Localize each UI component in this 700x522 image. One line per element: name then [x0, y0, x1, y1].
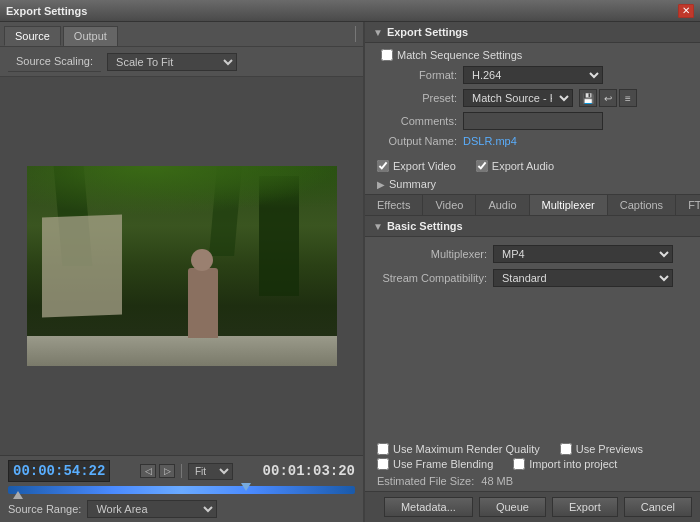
import-project-checkbox[interactable] [513, 458, 525, 470]
preset-row: Preset: Match Source - Hi... Match Sourc… [377, 89, 688, 107]
start-marker [13, 491, 23, 499]
close-button[interactable]: ✕ [678, 4, 694, 18]
timecode-end: 00:01:03:20 [263, 463, 355, 479]
frame-blend-checkbox[interactable] [377, 458, 389, 470]
settings-grid: Match Sequence Settings Format: H.264 H.… [365, 43, 700, 158]
format-label: Format: [377, 69, 457, 81]
window-title: Export Settings [6, 5, 87, 17]
prev-frame-button[interactable]: ◁ [140, 464, 156, 478]
match-sequence-label: Match Sequence Settings [397, 49, 522, 61]
tabs-row: Effects Video Audio Multiplexer Captions… [365, 194, 700, 216]
summary-label: Summary [389, 178, 436, 190]
summary-arrow[interactable]: ▶ [377, 179, 385, 190]
timecode-row: 00:00:54:22 ◁ ▷ Fit 25% 50% 100% 00:01:0… [0, 460, 363, 482]
tab-multiplexer[interactable]: Multiplexer [530, 195, 608, 215]
main-container: Source Output Source Scaling: Scale To F… [0, 22, 700, 522]
max-render-checkbox[interactable] [377, 443, 389, 455]
export-video-label: Export Video [393, 160, 456, 172]
export-settings-header: ▼ Export Settings [365, 22, 700, 43]
basic-settings-grid: Multiplexer: MP4 MXF MOV Stream Compatib… [365, 237, 700, 301]
bottom-buttons: Metadata... Queue Export Cancel [365, 491, 700, 522]
match-sequence-checkbox[interactable] [381, 49, 393, 61]
max-render-label: Use Maximum Render Quality [393, 443, 540, 455]
import-preset-button[interactable]: ↩ [599, 89, 617, 107]
tab-effects[interactable]: Effects [365, 195, 423, 215]
basic-settings-title: Basic Settings [387, 220, 463, 232]
bottom-options-row-1: Use Maximum Render Quality Use Previews [377, 443, 688, 455]
timecode-start[interactable]: 00:00:54:22 [8, 460, 110, 482]
basic-settings-arrow[interactable]: ▼ [373, 221, 383, 232]
summary-section: ▶ Summary [365, 176, 700, 194]
match-sequence-row: Match Sequence Settings [377, 49, 688, 61]
tab-video[interactable]: Video [423, 195, 476, 215]
video-platform [27, 336, 337, 366]
bottom-options: Use Maximum Render Quality Use Previews … [365, 439, 700, 491]
stream-compat-label: Stream Compatibility: [377, 272, 487, 284]
right-panel: ▼ Export Settings Match Sequence Setting… [365, 22, 700, 522]
source-scaling-label: Source Scaling: [8, 51, 101, 72]
export-audio-item: Export Audio [476, 160, 554, 172]
comments-label: Comments: [377, 115, 457, 127]
queue-button[interactable]: Queue [479, 497, 546, 517]
next-frame-button[interactable]: ▷ [159, 464, 175, 478]
metadata-button[interactable]: Metadata... [384, 497, 473, 517]
export-audio-checkbox[interactable] [476, 160, 488, 172]
comments-input[interactable] [463, 112, 603, 130]
timeline-track[interactable] [8, 486, 355, 494]
format-select[interactable]: H.264 H.265 MPEG2 [463, 66, 603, 84]
tab-audio[interactable]: Audio [476, 195, 529, 215]
basic-settings-header: ▼ Basic Settings [365, 216, 700, 237]
source-range-label: Source Range: [8, 503, 81, 515]
export-video-item: Export Video [377, 160, 456, 172]
import-project-item: Import into project [513, 458, 617, 470]
output-name-link[interactable]: DSLR.mp4 [463, 135, 517, 147]
use-previews-label: Use Previews [576, 443, 643, 455]
tab-ftp[interactable]: FTP [676, 195, 700, 215]
comments-row: Comments: [377, 112, 688, 130]
preset-actions: 💾 ↩ ≡ [579, 89, 637, 107]
use-previews-checkbox[interactable] [560, 443, 572, 455]
delete-preset-button[interactable]: ≡ [619, 89, 637, 107]
format-row: Format: H.264 H.265 MPEG2 [377, 66, 688, 84]
cancel-button[interactable]: Cancel [624, 497, 692, 517]
timeline-bar-container [0, 486, 363, 494]
max-render-item: Use Maximum Render Quality [377, 443, 540, 455]
export-checkboxes: Export Video Export Audio [365, 158, 700, 176]
left-tabs: Source Output [0, 22, 363, 47]
title-bar: Export Settings ✕ [0, 0, 700, 22]
white-structure [42, 215, 122, 318]
export-settings-arrow[interactable]: ▼ [373, 27, 383, 38]
tab-captions[interactable]: Captions [608, 195, 676, 215]
multiplexer-row: Multiplexer: MP4 MXF MOV [377, 245, 688, 263]
output-name-label: Output Name: [377, 135, 457, 147]
export-settings-title: Export Settings [387, 26, 468, 38]
tab-source[interactable]: Source [4, 26, 61, 46]
source-scaling-select[interactable]: Scale To Fit Scale To Fill Stretch To Fi… [107, 53, 237, 71]
stream-compat-select[interactable]: Standard PlayStation iPod [493, 269, 673, 287]
preset-select[interactable]: Match Source - Hi... Match Source - Medi… [463, 89, 573, 107]
fit-select[interactable]: Fit 25% 50% 100% [188, 463, 233, 480]
export-video-checkbox[interactable] [377, 160, 389, 172]
multiplexer-label: Multiplexer: [377, 248, 487, 260]
export-button[interactable]: Export [552, 497, 618, 517]
estimated-size-label: Estimated File Size: [377, 475, 474, 487]
frame-blend-item: Use Frame Blending [377, 458, 493, 470]
playhead[interactable] [241, 483, 251, 491]
foliage [27, 166, 337, 216]
estimated-size-row: Estimated File Size: 48 MB [377, 473, 688, 489]
source-range-row: Source Range: Work Area Entire Sequence … [0, 498, 363, 520]
frame-blend-label: Use Frame Blending [393, 458, 493, 470]
timeline-area: 00:00:54:22 ◁ ▷ Fit 25% 50% 100% 00:01:0… [0, 455, 363, 522]
import-project-label: Import into project [529, 458, 617, 470]
source-scaling-row: Source Scaling: Scale To Fit Scale To Fi… [0, 47, 363, 77]
output-name-row: Output Name: DSLR.mp4 [377, 135, 688, 147]
stream-compat-row: Stream Compatibility: Standard PlayStati… [377, 269, 688, 287]
spacer-area [365, 301, 700, 439]
figure-head [191, 249, 213, 271]
source-range-select[interactable]: Work Area Entire Sequence In to Out Cust… [87, 500, 217, 518]
save-preset-button[interactable]: 💾 [579, 89, 597, 107]
tab-output[interactable]: Output [63, 26, 118, 46]
multiplexer-select[interactable]: MP4 MXF MOV [493, 245, 673, 263]
estimated-size-value: 48 MB [481, 475, 513, 487]
video-preview-area [0, 77, 363, 455]
